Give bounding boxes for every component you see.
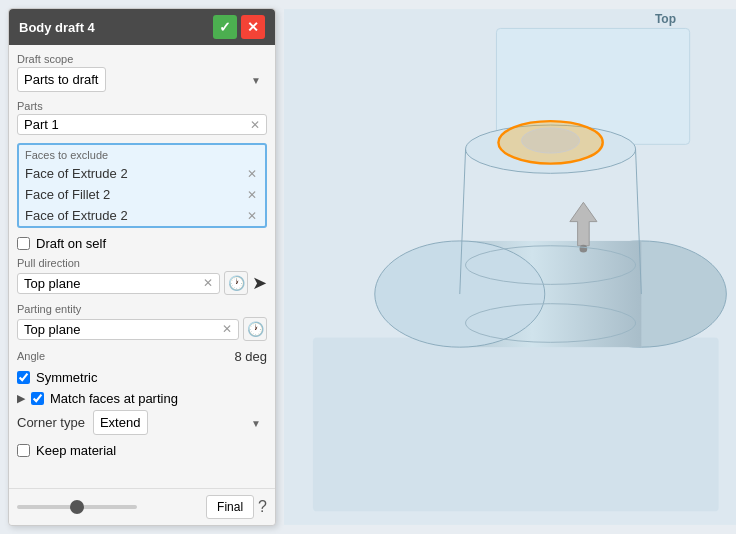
keep-material-row: Keep material xyxy=(17,443,267,458)
parting-entity-label: Parting entity xyxy=(17,303,267,315)
pull-direction-clear-btn[interactable]: ✕ xyxy=(201,276,215,290)
parting-entity-clock-btn[interactable]: 🕐 xyxy=(243,317,267,341)
keep-material-checkbox[interactable] xyxy=(17,444,30,457)
clock-icon-2: 🕐 xyxy=(247,321,264,337)
face-item-1-remove[interactable]: ✕ xyxy=(245,167,259,181)
draft-scope-label: Draft scope xyxy=(17,53,267,65)
parts-label: Parts xyxy=(17,100,267,112)
symmetric-row: Symmetric xyxy=(17,370,267,385)
viewport: Top Top xyxy=(284,0,736,534)
draft-on-self-row: Draft on self xyxy=(17,236,267,251)
pull-direction-label: Pull direction xyxy=(17,257,267,269)
panel-header: Body draft 4 ✓ ✕ xyxy=(9,9,275,45)
draft-scope-group: Draft scope Parts to draft xyxy=(17,53,267,92)
pull-direction-arrow-icon[interactable]: ➤ xyxy=(252,272,267,294)
draft-scope-select[interactable]: Parts to draft xyxy=(17,67,106,92)
keep-material-label: Keep material xyxy=(36,443,116,458)
panel-body: Draft scope Parts to draft Parts ✕ Faces… xyxy=(9,45,275,488)
face-item-2[interactable]: Face of Fillet 2 ✕ xyxy=(19,184,265,205)
cancel-button[interactable]: ✕ xyxy=(241,15,265,39)
match-faces-row: ▶ Match faces at parting xyxy=(17,391,267,406)
face-item-3-label: Face of Extrude 2 xyxy=(25,208,128,223)
body-draft-panel: Body draft 4 ✓ ✕ Draft scope Parts to dr… xyxy=(8,8,276,526)
panel-footer: Final ? xyxy=(9,488,275,525)
pull-direction-row: ✕ 🕐 ➤ xyxy=(17,271,267,295)
parts-group: Parts ✕ xyxy=(17,100,267,135)
clock-icon: 🕐 xyxy=(228,275,245,291)
corner-type-select[interactable]: Extend xyxy=(93,410,148,435)
parts-input-wrapper: ✕ xyxy=(17,114,267,135)
symmetric-checkbox[interactable] xyxy=(17,371,30,384)
draft-on-self-checkbox[interactable] xyxy=(17,237,30,250)
face-item-2-remove[interactable]: ✕ xyxy=(245,188,259,202)
draft-scope-select-wrapper[interactable]: Parts to draft xyxy=(17,67,267,92)
match-faces-chevron[interactable]: ▶ xyxy=(17,392,25,405)
parting-entity-row: ✕ 🕐 xyxy=(17,317,267,341)
corner-type-select-wrapper[interactable]: Extend xyxy=(93,410,267,435)
faces-label: Faces to exclude xyxy=(19,145,265,163)
preview-slider[interactable] xyxy=(17,505,137,509)
viewport-svg: Top Top xyxy=(284,0,736,534)
parts-input[interactable] xyxy=(24,117,248,132)
face-item-1-label: Face of Extrude 2 xyxy=(25,166,128,181)
panel-title: Body draft 4 xyxy=(19,20,209,35)
svg-rect-1 xyxy=(313,338,719,512)
face-item-3-remove[interactable]: ✕ xyxy=(245,209,259,223)
parting-entity-group: Parting entity ✕ 🕐 xyxy=(17,303,267,341)
face-item-2-label: Face of Fillet 2 xyxy=(25,187,110,202)
corner-type-label: Corner type xyxy=(17,415,85,430)
svg-point-9 xyxy=(522,128,580,153)
angle-label: Angle xyxy=(17,350,45,362)
viewport-top-label: Top xyxy=(655,12,676,26)
face-item-3[interactable]: Face of Extrude 2 ✕ xyxy=(19,205,265,226)
match-faces-label: Match faces at parting xyxy=(50,391,178,406)
parting-entity-input-wrapper: ✕ xyxy=(17,319,239,340)
parting-entity-clear-btn[interactable]: ✕ xyxy=(220,322,234,336)
pull-direction-input[interactable] xyxy=(24,276,201,291)
faces-section: Faces to exclude Face of Extrude 2 ✕ Fac… xyxy=(17,143,267,228)
slider-container xyxy=(17,505,206,509)
final-button[interactable]: Final xyxy=(206,495,254,519)
parts-clear-btn[interactable]: ✕ xyxy=(248,118,262,132)
help-button[interactable]: ? xyxy=(258,498,267,516)
match-faces-checkbox[interactable] xyxy=(31,392,44,405)
accept-button[interactable]: ✓ xyxy=(213,15,237,39)
pull-direction-input-wrapper: ✕ xyxy=(17,273,220,294)
corner-type-row: Corner type Extend xyxy=(17,410,267,435)
angle-value: 8 deg xyxy=(234,349,267,364)
symmetric-label: Symmetric xyxy=(36,370,97,385)
face-item-1[interactable]: Face of Extrude 2 ✕ xyxy=(19,163,265,184)
angle-row: Angle 8 deg xyxy=(17,349,267,364)
pull-direction-group: Pull direction ✕ 🕐 ➤ xyxy=(17,257,267,295)
draft-on-self-label: Draft on self xyxy=(36,236,106,251)
svg-point-11 xyxy=(580,245,588,253)
parting-entity-input[interactable] xyxy=(24,322,220,337)
pull-direction-clock-btn[interactable]: 🕐 xyxy=(224,271,248,295)
